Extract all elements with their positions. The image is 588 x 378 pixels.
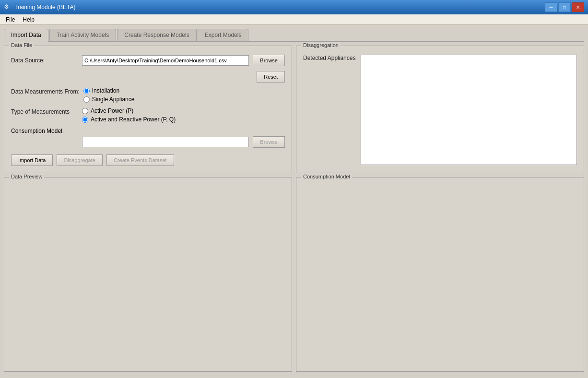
- reset-button[interactable]: Reset: [257, 71, 285, 83]
- tab-bar: Import Data Train Activity Models Create…: [4, 29, 584, 42]
- data-measurements-label: Data Measurements From:: [11, 87, 80, 95]
- data-preview-panel: Data Preview: [4, 177, 292, 372]
- active-reactive-radio-row: Active and Reactive Power (P, Q): [82, 116, 176, 123]
- type-measurements-section: Type of Measurements Active Power (P) Ac…: [11, 107, 285, 123]
- reset-row: Reset: [11, 71, 285, 83]
- consumption-model-label: Consumption Model:: [11, 128, 78, 134]
- single-appliance-label: Single Appliance: [92, 96, 135, 103]
- data-preview-title: Data Preview: [9, 174, 44, 179]
- app-icon: ⚙: [4, 3, 12, 11]
- installation-radio-row: Installation: [83, 87, 135, 94]
- consumption-model-input[interactable]: [82, 137, 249, 147]
- detected-appliances-area: Detected Appliances: [303, 55, 577, 165]
- active-reactive-radio[interactable]: [82, 117, 88, 123]
- appliances-listbox[interactable]: [361, 55, 577, 165]
- installation-radio[interactable]: [83, 88, 90, 94]
- tab-import-data[interactable]: Import Data: [4, 29, 48, 42]
- maximize-button[interactable]: □: [558, 2, 571, 12]
- data-file-panel: Data File Data Source: Browse Reset Data…: [4, 46, 292, 173]
- single-appliance-radio-row: Single Appliance: [83, 96, 135, 103]
- close-button[interactable]: ✕: [572, 2, 584, 12]
- consumption-model-result-panel: Consumption Model: [296, 177, 584, 372]
- data-source-label: Data Source:: [11, 57, 78, 64]
- create-events-button[interactable]: Create Events Dataset: [106, 154, 174, 166]
- tab-train-activity-models[interactable]: Train Activity Models: [49, 29, 117, 41]
- active-power-label: Active Power (P): [91, 107, 133, 114]
- menu-file[interactable]: File: [2, 15, 19, 24]
- menu-help[interactable]: Help: [19, 15, 38, 24]
- detected-appliances-label: Detected Appliances: [303, 55, 356, 165]
- single-appliance-radio[interactable]: [83, 96, 90, 103]
- action-buttons-row: Import Data Disaggregate Create Events D…: [11, 154, 285, 166]
- window-title: Training Module (BETA): [14, 4, 75, 11]
- consumption-input-row: Browse: [11, 136, 285, 148]
- titlebar-controls: ─ □ ✕: [545, 2, 584, 12]
- titlebar: ⚙ Training Module (BETA) ─ □ ✕: [0, 0, 588, 14]
- active-power-radio[interactable]: [82, 108, 88, 114]
- active-reactive-label: Active and Reactive Power (P, Q): [91, 116, 176, 123]
- tab-export-models[interactable]: Export Models: [198, 29, 249, 41]
- menubar: File Help: [0, 14, 588, 25]
- tab-create-response-models[interactable]: Create Response Models: [117, 29, 196, 41]
- data-measurements-section: Data Measurements From: Installation Sin…: [11, 87, 285, 103]
- disaggregation-title: Disaggregation: [301, 42, 341, 48]
- data-measurements-radio-group: Installation Single Appliance: [83, 87, 135, 103]
- minimize-button[interactable]: ─: [545, 2, 557, 12]
- titlebar-left: ⚙ Training Module (BETA): [4, 3, 75, 11]
- browse-button[interactable]: Browse: [253, 55, 285, 66]
- consumption-model-result-title: Consumption Model: [301, 174, 352, 179]
- active-power-radio-row: Active Power (P): [82, 107, 176, 114]
- disaggregation-panel: Disaggregation Detected Appliances: [296, 46, 584, 173]
- type-measurements-radio-group: Active Power (P) Active and Reactive Pow…: [82, 107, 176, 123]
- disaggregate-button[interactable]: Disaggregate: [57, 154, 102, 166]
- consumption-model-row: Consumption Model:: [11, 128, 285, 134]
- main-grid: Data File Data Source: Browse Reset Data…: [4, 46, 584, 372]
- data-source-input[interactable]: [82, 55, 249, 66]
- window-content: Import Data Train Activity Models Create…: [0, 25, 588, 378]
- consumption-browse-button[interactable]: Browse: [253, 136, 285, 148]
- data-file-title: Data File: [9, 42, 34, 48]
- import-data-button[interactable]: Import Data: [11, 154, 53, 166]
- installation-label: Installation: [92, 87, 119, 94]
- type-measurements-label: Type of Measurements: [11, 107, 78, 115]
- data-source-row: Data Source: Browse: [11, 55, 285, 66]
